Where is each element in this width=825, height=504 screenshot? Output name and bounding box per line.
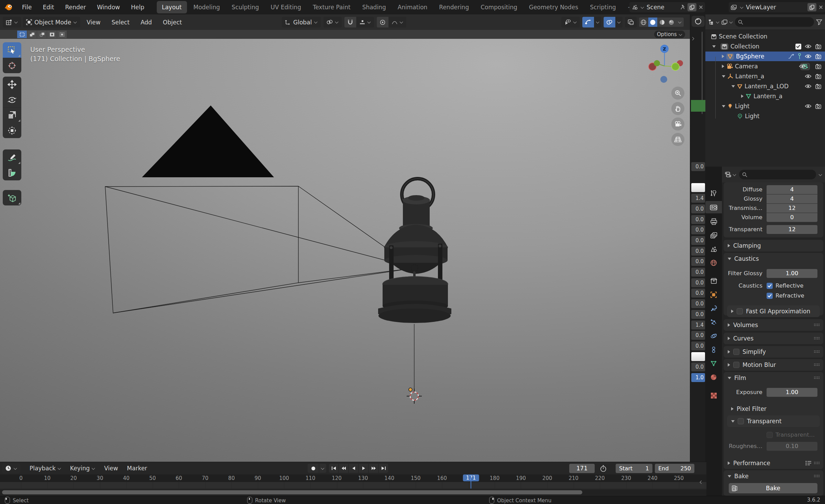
menu-keying[interactable]: Keying	[66, 465, 100, 472]
gizmos-toggle[interactable]	[582, 17, 594, 27]
select-mode-intersect-button[interactable]	[57, 31, 67, 38]
value-field[interactable]: 0.0	[691, 362, 705, 371]
tab-collection-props[interactable]	[705, 275, 722, 287]
disclosure-closed-icon[interactable]	[741, 94, 744, 98]
bake-button[interactable]: Bake	[729, 483, 817, 493]
outliner-row-light-object[interactable]: Light	[705, 101, 825, 111]
roughness-threshold-field[interactable]: 0.10	[767, 442, 817, 451]
ruler[interactable]: 171 010203040506070809010011012013014015…	[0, 474, 706, 482]
select-mode-invert-button[interactable]	[47, 31, 57, 38]
glossy-bounces-field[interactable]: 4	[767, 194, 817, 203]
hide-eye-icon[interactable]	[805, 44, 812, 49]
timeline-editor-type[interactable]	[2, 464, 20, 473]
workspace-tab-geometry-nodes[interactable]: Geometry Nodes	[524, 1, 583, 13]
close-icon[interactable]	[819, 5, 823, 9]
disclosure-open-icon[interactable]	[712, 45, 716, 48]
viewport-3d[interactable]: User Perspective (171) Collection | BgSp…	[0, 39, 690, 462]
viewlayer-selector[interactable]: ViewLayer	[729, 2, 825, 12]
panel-curves[interactable]: Curves	[724, 333, 823, 344]
tab-tool[interactable]	[705, 187, 722, 200]
value-field[interactable]: 0.0	[691, 247, 705, 256]
outliner-row-lantern-a-empty[interactable]: Lantern_a	[705, 71, 825, 81]
value-field[interactable]: 0.0	[691, 257, 705, 266]
ruler-tick[interactable]: 90	[254, 475, 261, 481]
panel-grip[interactable]	[814, 323, 820, 326]
ruler-tick[interactable]: 10	[44, 475, 51, 481]
panel-clamping[interactable]: Clamping	[724, 240, 823, 251]
exposure-field[interactable]: 1.00	[767, 388, 817, 397]
collection-checkbox[interactable]	[795, 44, 801, 49]
workspace-tab-texture-paint[interactable]: Texture Paint	[308, 1, 356, 13]
properties-options-dropdown[interactable]	[819, 173, 822, 176]
ruler-tick[interactable]: 230	[621, 475, 631, 481]
shading-material-button[interactable]	[658, 18, 667, 27]
simplify-checkbox[interactable]	[733, 349, 739, 355]
tool-transform[interactable]	[3, 123, 21, 138]
tool-rotate[interactable]	[3, 92, 21, 108]
tool-scale[interactable]	[3, 107, 21, 123]
outliner-filter-mode[interactable]	[722, 19, 733, 25]
panel-grip[interactable]	[814, 376, 820, 379]
use-preview-range-button[interactable]	[600, 465, 607, 472]
menu-playback[interactable]: Playback	[25, 465, 66, 472]
tab-object-data[interactable]	[705, 357, 722, 370]
select-mode-set-button[interactable]	[17, 31, 27, 38]
ruler-tick[interactable]: 130	[358, 475, 368, 481]
panel-pixel-filter[interactable]: Pixel Filter	[727, 403, 820, 415]
panel-bake[interactable]: Bake	[724, 470, 823, 482]
reflective-checkbox[interactable]	[767, 283, 773, 289]
value-field[interactable]: 0.0	[691, 204, 705, 213]
panel-grip[interactable]	[814, 350, 820, 353]
ruler-tick[interactable]: 180	[490, 475, 500, 481]
camera-restrict-icon[interactable]	[815, 64, 822, 69]
transmission-bounces-field[interactable]: 12	[767, 204, 817, 213]
ruler-tick[interactable]: 100	[279, 475, 289, 481]
editor-type-button[interactable]	[3, 17, 21, 27]
tab-texture[interactable]	[705, 389, 722, 402]
transparent-glass-checkbox[interactable]	[767, 432, 773, 438]
panel-grip[interactable]	[814, 337, 820, 340]
disclosure-open-icon[interactable]	[722, 75, 725, 78]
hide-eye-icon[interactable]	[805, 54, 812, 59]
camera-restrict-icon[interactable]	[815, 44, 822, 49]
ruler-tick[interactable]: 250	[674, 475, 684, 481]
ruler-tick[interactable]: 60	[176, 475, 182, 481]
film-transparent-checkbox[interactable]	[738, 418, 744, 424]
menu-view[interactable]: View	[82, 19, 105, 26]
frame-start-field[interactable]: Start 1	[616, 464, 652, 473]
tab-view-layer[interactable]	[705, 229, 722, 242]
outliner-row-light-data[interactable]: Light	[705, 111, 825, 121]
expand-right-arrow[interactable]	[691, 37, 694, 41]
new-scene-button[interactable]	[688, 3, 696, 11]
auto-keying-button[interactable]	[308, 464, 319, 473]
value-field[interactable]: 1.4	[691, 194, 705, 203]
outliner-row-scene-collection[interactable]: Scene Collection	[705, 32, 825, 41]
tab-constraints[interactable]	[705, 344, 722, 356]
ruler-tick[interactable]: 150	[411, 475, 421, 481]
panel-caustics[interactable]: Caustics	[724, 253, 823, 265]
panel-fast-gi[interactable]: Fast GI Approximation	[727, 305, 820, 317]
proportional-falloff-selector[interactable]	[389, 17, 406, 27]
panel-performance[interactable]: Performance	[724, 457, 823, 469]
value-field[interactable]: 0.0	[691, 236, 705, 245]
menu-help[interactable]: Help	[125, 0, 150, 14]
disclosure-open-icon[interactable]	[722, 105, 725, 108]
value-field[interactable]: 0.0	[691, 310, 705, 319]
transparent-bounces-field[interactable]: 12	[767, 225, 817, 234]
panel-film-transparent[interactable]: Transparent	[727, 415, 820, 427]
tab-render[interactable]	[705, 201, 722, 213]
value-field[interactable]: 0.0	[691, 225, 705, 234]
outliner-row-camera[interactable]: Camera	[705, 61, 825, 71]
ruler-tick[interactable]: 70	[202, 475, 208, 481]
menu-file[interactable]: File	[16, 0, 37, 14]
color-swatch-field[interactable]	[691, 352, 705, 361]
ruler-tick[interactable]: 20	[70, 475, 77, 481]
panel-simplify[interactable]: Simplify	[724, 346, 823, 358]
properties-search-input[interactable]	[739, 170, 816, 179]
value-field[interactable]: 0.0	[691, 289, 705, 298]
outliner-search-input[interactable]	[735, 17, 814, 27]
tab-physics[interactable]	[705, 330, 722, 342]
timeline-scrollbar[interactable]	[2, 490, 582, 494]
play-button[interactable]	[359, 464, 368, 473]
camera-restrict-icon[interactable]	[815, 74, 822, 79]
